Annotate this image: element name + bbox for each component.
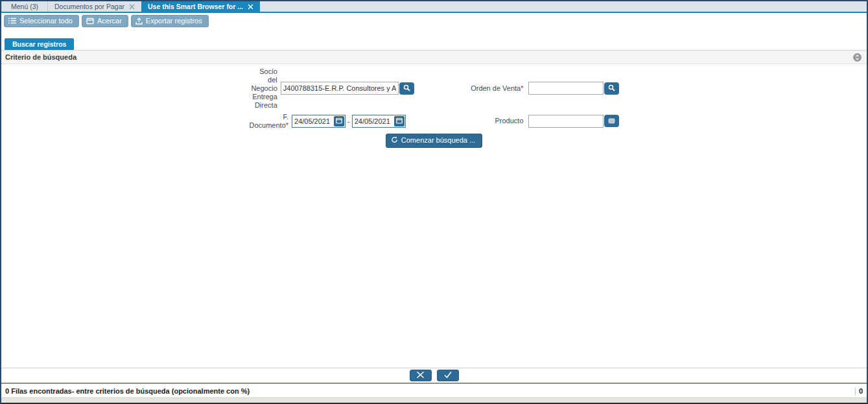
export-records-label: Exportar registros — [146, 17, 202, 25]
search-button-row: Comenzar búsqueda ... — [1, 134, 867, 148]
date-range-separator: - — [347, 117, 350, 125]
product-lookup-button[interactable] — [604, 115, 619, 127]
tab-documentos-label: Documentos por Pagar — [54, 3, 124, 10]
list-icon — [8, 18, 16, 24]
confirm-button[interactable] — [437, 370, 459, 381]
start-search-label: Comenzar búsqueda ... — [401, 136, 475, 144]
window-bottom-strip — [1, 398, 867, 403]
zoom-label: Acercar — [97, 17, 122, 25]
collapse-panel-button[interactable] — [853, 53, 862, 62]
close-icon[interactable] — [129, 4, 135, 10]
close-icon[interactable] — [248, 4, 253, 10]
date-from-field — [292, 115, 346, 128]
cancel-button[interactable] — [410, 370, 432, 381]
bpartner-label: Socio del Negocio Entrega Directa — [250, 67, 281, 110]
calendar-icon — [396, 116, 403, 126]
product-search-icon — [608, 116, 615, 126]
required-marker: * — [521, 84, 523, 92]
order-input[interactable] — [528, 82, 604, 95]
zoom-button[interactable]: Acercar — [82, 15, 128, 27]
status-message: 0 Filas encontradas- entre criterios de … — [5, 387, 854, 395]
export-records-button[interactable]: Exportar registros — [131, 15, 209, 27]
toolbar: Seleccionar todo Acercar Exportar regist… — [1, 13, 867, 30]
smart-browser-window: Menú (3) Documentos por Pagar Use this S… — [0, 0, 868, 404]
status-row-count: 0 — [859, 387, 863, 395]
criteria-title: Criterio de búsqueda — [5, 53, 853, 61]
order-label: Orden de Venta* — [466, 84, 528, 93]
tab-buscar-registros[interactable]: Buscar registros — [5, 38, 74, 50]
zoom-window-icon — [86, 18, 94, 25]
bpartner-lookup-button[interactable] — [399, 82, 414, 95]
confirm-panel — [1, 368, 867, 383]
browser-tab-row: Buscar registros — [1, 38, 867, 51]
date-to-field — [352, 115, 406, 128]
refresh-icon — [391, 136, 398, 145]
tab-menu-label: Menú (3) — [11, 3, 38, 10]
tab-documentos-por-pagar[interactable]: Documentos por Pagar — [48, 1, 141, 12]
collapse-arrows-icon — [855, 53, 860, 62]
docdate-label: F. Documento* — [250, 113, 292, 130]
start-search-button[interactable]: Comenzar búsqueda ... — [386, 134, 482, 148]
date-to-input[interactable] — [353, 116, 394, 126]
tab-menu[interactable]: Menú (3) — [1, 1, 48, 12]
date-from-calendar-button[interactable] — [334, 116, 344, 126]
select-all-button[interactable]: Seleccionar todo — [4, 15, 79, 27]
select-all-label: Seleccionar todo — [19, 17, 73, 25]
tab-smart-browser[interactable]: Use this Smart Browser for ... — [141, 1, 260, 12]
order-lookup-button[interactable] — [604, 82, 619, 95]
confirm-check-icon — [443, 371, 452, 381]
search-criteria-form: Socio del Negocio Entrega Directa Orden … — [1, 64, 867, 148]
product-input[interactable] — [528, 115, 604, 128]
form-row-1: Socio del Negocio Entrega Directa Orden … — [250, 67, 619, 110]
date-from-input[interactable] — [292, 116, 334, 126]
window-tabbar: Menú (3) Documentos por Pagar Use this S… — [1, 1, 867, 12]
status-bar: 0 Filas encontradas- entre criterios de … — [1, 384, 867, 398]
calendar-icon — [336, 116, 342, 126]
lookup-search-icon — [403, 84, 410, 93]
export-icon — [135, 18, 143, 25]
product-label: Producto — [462, 117, 528, 125]
cancel-x-icon — [416, 371, 425, 381]
results-empty-area — [1, 148, 867, 368]
tab-smart-browser-label: Use this Smart Browser for ... — [148, 3, 243, 10]
status-divider: | — [854, 386, 856, 396]
lookup-search-icon — [608, 84, 615, 93]
criteria-header: Criterio de búsqueda — [1, 51, 867, 64]
form-row-2: F. Documento* - — [250, 113, 619, 130]
bpartner-input[interactable] — [281, 82, 399, 95]
required-marker: * — [286, 121, 288, 129]
date-to-calendar-button[interactable] — [394, 116, 405, 126]
